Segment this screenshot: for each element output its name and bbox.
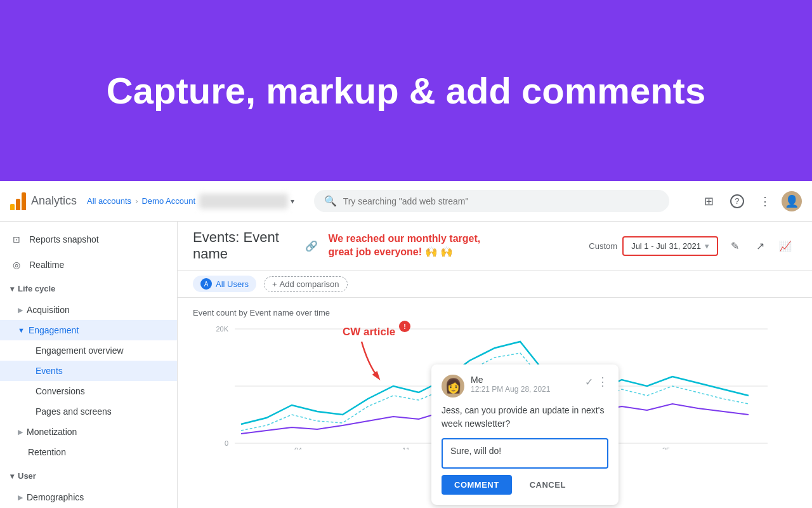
hero-title: Capture, markup & add comments [107, 69, 705, 113]
analytics-logo: Analytics [10, 192, 77, 210]
chart-type-button[interactable]: 📈 [774, 234, 797, 257]
help-icon: ? [730, 194, 744, 208]
sidebar-item-demographics[interactable]: ▶ Demographics [0, 487, 177, 507]
apps-button[interactable]: ⊞ [698, 190, 721, 213]
sidebar-label-demographics: Demographics [27, 492, 84, 502]
sidebar-item-events[interactable]: Events [0, 361, 177, 381]
search-icon: 🔍 [324, 195, 337, 207]
home-icon: ⊡ [10, 233, 23, 246]
sidebar-label-realtime: Realtime [29, 260, 64, 270]
reply-text: Sure, will do! [450, 446, 501, 456]
breadcrumb-prefix[interactable]: All accounts [87, 196, 131, 206]
sidebar-item-conversions[interactable]: Conversions [0, 381, 177, 401]
apps-icon: ⊞ [704, 194, 714, 208]
account-selector[interactable]: ▾ [199, 194, 294, 209]
content-area: Events: Event name 🔗 We reached our mont… [178, 222, 812, 508]
share-button[interactable]: ↗ [749, 234, 771, 257]
user-section-label: User [18, 471, 36, 481]
comment-header: 👩 Me 12:21 PM Aug 28, 2021 ✓ ⋮ [442, 375, 608, 398]
sidebar-label-reports-snapshot: Reports snapshot [29, 234, 99, 244]
cancel-button[interactable]: CANCEL [517, 475, 579, 495]
top-nav: Analytics All accounts › Demo Account ▾ … [0, 181, 812, 222]
check-icon[interactable]: ✓ [585, 376, 593, 388]
search-input[interactable] [343, 196, 659, 206]
main-layout: ⊡ Reports snapshot ◎ Realtime ▾ Life cyc… [0, 222, 812, 508]
commenter-avatar: 👩 [442, 375, 464, 398]
comment-text: Jess, can you provide an update in next'… [442, 404, 608, 431]
edit-icon: ✎ [731, 240, 739, 252]
logo-bar-3 [22, 192, 26, 210]
add-comparison-label: Add comparison [280, 279, 339, 289]
avatar-image: 👩 [445, 378, 462, 394]
sidebar-item-engagement[interactable]: ▼ Engagement [0, 320, 177, 340]
link-icon[interactable]: 🔗 [305, 240, 318, 252]
sidebar-item-acquisition[interactable]: ▶ Acquisition [0, 300, 177, 320]
sidebar-section-user[interactable]: ▾ User [0, 465, 177, 487]
account-blurred [199, 194, 288, 209]
sidebar-label-events: Events [36, 366, 63, 376]
user-icon: A [200, 278, 212, 290]
search-bar: 🔍 [314, 190, 669, 212]
sidebar-label-pages-screens: Pages and screens [36, 406, 112, 417]
sidebar-item-reports-snapshot[interactable]: ⊡ Reports snapshot [0, 227, 177, 252]
chevron-down-icon[interactable]: ▾ [291, 197, 294, 206]
comment-submit-button[interactable]: COMMENT [442, 475, 512, 495]
sidebar-item-monetization[interactable]: ▶ Monetization [0, 422, 177, 442]
analytics-app: Analytics All accounts › Demo Account ▾ … [0, 181, 812, 508]
monthly-target-line1: We reached our monthly target, [328, 233, 480, 244]
lifecycle-label: Life cycle [18, 284, 55, 293]
add-comparison-button[interactable]: + Add comparison [264, 276, 348, 292]
sidebar-item-retention[interactable]: Retention [0, 442, 177, 462]
logo-bars [10, 192, 26, 210]
svg-text:20K: 20K [216, 325, 228, 333]
avatar[interactable]: 👤 [782, 191, 802, 211]
emoji-celebrate: 🙌 [440, 246, 453, 257]
sidebar: ⊡ Reports snapshot ◎ Realtime ▾ Life cyc… [0, 222, 178, 508]
chevron-down-icon: ▾ [705, 241, 709, 251]
chevron-down-icon: ▼ [18, 326, 25, 334]
comment-time: 12:21 PM Aug 28, 2021 [471, 385, 579, 394]
chevron-down-icon: ▾ [10, 284, 14, 293]
comment-reply-input[interactable]: Sure, will do! [442, 438, 608, 469]
sidebar-item-engagement-overview[interactable]: Engagement overview [0, 340, 177, 361]
report-title: Events: Event name 🔗 [193, 229, 318, 262]
sidebar-label-monetization: Monetization [27, 427, 77, 437]
sidebar-item-pages-screens[interactable]: Pages and screens [0, 401, 177, 422]
comment-bubble: 👩 Me 12:21 PM Aug 28, 2021 ✓ ⋮ Jess, can… [431, 364, 619, 505]
more-icon: ⋮ [759, 194, 771, 208]
chart-icon: 📈 [779, 240, 792, 252]
share-icon: ↗ [756, 240, 764, 252]
sidebar-label-acquisition: Acquisition [27, 305, 70, 315]
date-range-text: Jul 1 - Jul 31, 2021 [631, 241, 701, 251]
user-filter-pill[interactable]: A All Users [193, 276, 256, 292]
chart-section: Event count by Event name over time CW a… [178, 298, 812, 462]
sidebar-label-retention: Retention [28, 447, 66, 457]
svg-text:25: 25 [662, 446, 670, 450]
logo-bar-2 [16, 199, 20, 210]
sidebar-label-conversions: Conversions [36, 386, 85, 396]
sidebar-section-lifecycle[interactable]: ▾ Life cycle [0, 277, 177, 300]
sidebar-label-engagement: Engagement [29, 325, 79, 335]
filter-row: A All Users + Add comparison [178, 271, 812, 298]
avatar-initials: 👤 [785, 194, 799, 208]
sidebar-item-realtime[interactable]: ◎ Realtime [0, 252, 177, 277]
report-actions: ✎ ↗ 📈 [723, 234, 797, 257]
chevron-right-icon-demographics: ▶ [18, 493, 23, 502]
comment-author: Me [471, 375, 579, 385]
app-name: Analytics [31, 194, 77, 208]
date-label: Custom [589, 241, 617, 251]
breadcrumb-account[interactable]: Demo Account [141, 196, 195, 206]
chevron-right-icon: ▶ [18, 306, 23, 314]
chevron-down-icon-user: ▾ [10, 472, 14, 481]
chart-title: Event count by Event name over time [193, 308, 797, 318]
date-range-button[interactable]: Jul 1 - Jul 31, 2021 ▾ [622, 236, 718, 256]
report-header: Events: Event name 🔗 We reached our mont… [178, 222, 812, 271]
breadcrumb-separator: › [135, 196, 138, 206]
more-options-icon[interactable]: ⋮ [597, 375, 608, 389]
help-button[interactable]: ? [726, 190, 749, 213]
edit-report-button[interactable]: ✎ [723, 234, 746, 257]
more-button[interactable]: ⋮ [754, 190, 776, 213]
comment-actions: ✓ ⋮ [585, 375, 608, 389]
monthly-target-annotation: We reached our monthly target, great job… [328, 232, 480, 259]
report-title-text: Events: Event name [193, 229, 300, 262]
